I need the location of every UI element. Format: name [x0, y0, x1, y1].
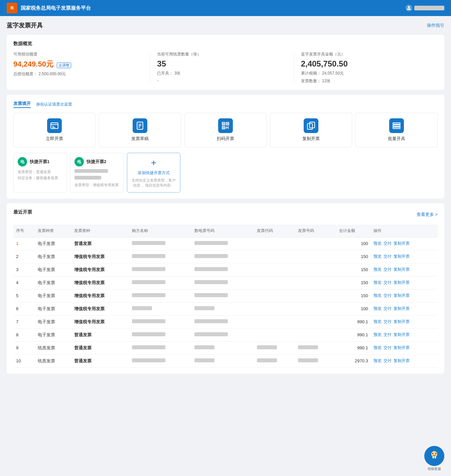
quick-item-2[interactable]: 电 快捷开票2 发票类型：增值税专用发票 [70, 153, 124, 193]
action-交付[interactable]: 交付 [384, 267, 392, 272]
cell-code [254, 276, 295, 289]
action-复制开票[interactable]: 复制开票 [394, 293, 410, 298]
tab-invoice-fill[interactable]: 发票填开 [13, 101, 31, 108]
func-batch[interactable]: 批量开具 [355, 113, 438, 147]
see-more-link[interactable]: 查看更多 > [417, 212, 438, 218]
action-交付[interactable]: 交付 [384, 280, 392, 285]
col-amount: 合计金额 [336, 225, 371, 237]
invoice-immediate-icon [47, 118, 62, 133]
action-预览[interactable]: 预览 [373, 293, 382, 298]
table-row: 4 电子发票 增值税专用发票 150 预览交付复制开票 [13, 276, 438, 289]
action-预览[interactable]: 预览 [373, 358, 382, 363]
action-预览[interactable]: 预览 [373, 306, 382, 311]
action-预览[interactable]: 预览 [373, 241, 382, 246]
cell-kind: 增值税专用发票 [71, 302, 129, 315]
cell-buyer [129, 302, 192, 315]
op-guide-link[interactable]: 操作指引 [427, 22, 444, 28]
cell-amount: 100 [336, 302, 371, 315]
func-scan-label: 扫码开票 [217, 136, 234, 142]
quick-2-header: 电 快捷开票2 [74, 157, 119, 166]
recent-invoices-card: 最近开票 查看更多 > 序号 发票种类 发票类种 购方名称 数电票号码 发票代码… [7, 203, 444, 374]
cell-code [254, 289, 295, 302]
cell-kind: 普通发票 [71, 237, 129, 250]
action-复制开票[interactable]: 复制开票 [394, 332, 410, 337]
cell-type: 电子发票 [35, 237, 72, 250]
action-交付[interactable]: 交付 [384, 241, 392, 246]
cell-actions: 预览交付复制开票 [371, 315, 438, 328]
table-row: 10 纸质发票 普通发票 2970.3 预览交付复制开票 [13, 354, 438, 367]
svg-rect-12 [227, 123, 228, 124]
cell-number [192, 354, 254, 367]
cell-amount: 150 [336, 276, 371, 289]
col-kind: 发票类种 [71, 225, 129, 237]
cell-amount: 100 [336, 237, 371, 250]
col-type: 发票种类 [35, 225, 72, 237]
table-row: 5 电子发票 增值税专用发票 150 预览交付复制开票 [13, 289, 438, 302]
credit-adjust-tag[interactable]: 去调整 [57, 63, 71, 68]
action-交付[interactable]: 交付 [384, 358, 392, 363]
cell-amount: 990.1 [336, 315, 371, 328]
header-user [406, 5, 444, 11]
col-num: 发票号码 [295, 225, 336, 237]
action-交付[interactable]: 交付 [384, 332, 392, 337]
action-预览[interactable]: 预览 [373, 319, 382, 324]
invoice-count-label: 当前可用纸票数量（张） [157, 51, 287, 57]
tab-id-auth-link[interactable]: 身份认证填票次设置 [36, 102, 72, 107]
action-预览[interactable]: 预览 [373, 267, 382, 272]
action-交付[interactable]: 交付 [384, 254, 392, 259]
cell-amount: 990.1 [336, 341, 371, 354]
cell-kind: 增值税专用发票 [71, 315, 129, 328]
header: 税 国家税务总局电子发票服务平台 [0, 0, 451, 16]
action-预览[interactable]: 预览 [373, 332, 382, 337]
action-复制开票[interactable]: 复制开票 [394, 345, 410, 350]
cell-kind: 增值税专用发票 [71, 263, 129, 276]
action-复制开票[interactable]: 复制开票 [394, 267, 410, 272]
quick-item-1[interactable]: 电 快捷开票1 发票类型：普通发票 特定业务：建筑服务发票 [13, 153, 67, 193]
action-交付[interactable]: 交付 [384, 306, 392, 311]
func-immediate[interactable]: 立即开票 [13, 113, 96, 147]
invoice-draft-icon [133, 118, 147, 133]
cell-code [254, 263, 295, 276]
action-交付[interactable]: 交付 [384, 345, 392, 350]
cell-type: 纸质发票 [35, 354, 72, 367]
svg-rect-11 [223, 123, 224, 124]
cell-idx: 5 [13, 289, 35, 302]
add-quick-label: 添加快捷开票方式 [138, 170, 170, 176]
invoice-copy-icon [304, 118, 318, 133]
action-复制开票[interactable]: 复制开票 [394, 241, 410, 246]
func-immediate-label: 立即开票 [46, 136, 63, 142]
cell-amount: 150 [336, 250, 371, 263]
action-预览[interactable]: 预览 [373, 254, 382, 259]
action-预览[interactable]: 预览 [373, 345, 382, 350]
data-overview-title: 数据概览 [13, 41, 438, 47]
col-code: 发票代码 [254, 225, 295, 237]
action-预览[interactable]: 预览 [373, 280, 382, 285]
action-交付[interactable]: 交付 [384, 293, 392, 298]
tax-info: 累计税额： 24,057.50元 [301, 71, 431, 76]
func-draft[interactable]: 发票草稿 [99, 113, 181, 147]
cell-idx: 7 [13, 315, 35, 328]
quick-2-name: 快捷开票2 [87, 159, 106, 165]
table-row: 2 电子发票 增值税专用发票 150 预览交付复制开票 [13, 250, 438, 263]
action-复制开票[interactable]: 复制开票 [394, 306, 410, 311]
header-logo: 税 [7, 3, 17, 13]
func-draft-label: 发票草稿 [131, 136, 149, 142]
cell-buyer [129, 250, 192, 263]
action-复制开票[interactable]: 复制开票 [394, 280, 410, 285]
func-scan[interactable]: 扫码开票 [184, 113, 267, 147]
add-quick-button[interactable]: + 添加快捷开票方式 支持自定义发票类型，客户信息， 项目信息等内容。 [127, 153, 180, 193]
func-copy[interactable]: 复制开票 [270, 113, 352, 147]
cell-amount: 2970.3 [336, 354, 371, 367]
cell-number [192, 276, 254, 289]
svg-rect-20 [393, 123, 400, 124]
cell-buyer [129, 276, 192, 289]
cell-code [254, 315, 295, 328]
page-title: 蓝字发票开具 [7, 21, 43, 29]
cell-type: 电子发票 [35, 276, 72, 289]
action-复制开票[interactable]: 复制开票 [394, 358, 410, 363]
action-交付[interactable]: 交付 [384, 319, 392, 324]
action-复制开票[interactable]: 复制开票 [394, 254, 410, 259]
action-复制开票[interactable]: 复制开票 [394, 319, 410, 324]
col-buyer: 购方名称 [129, 225, 192, 237]
quick-1-name: 快捷开票1 [30, 159, 49, 165]
